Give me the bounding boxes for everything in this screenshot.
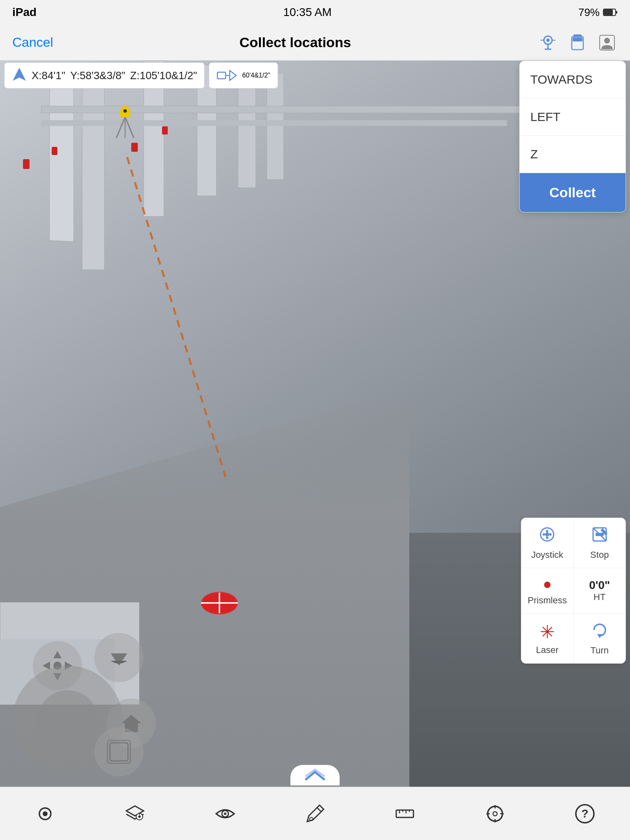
svg-point-31 <box>546 536 548 539</box>
svg-rect-48 <box>110 743 128 761</box>
column-2 <box>82 65 105 270</box>
bottom-toolbar: ? <box>0 787 630 840</box>
marker-4 <box>52 147 57 155</box>
layers-tool-icon <box>124 803 146 825</box>
up-chevron-button[interactable] <box>290 765 340 785</box>
laser-label: Laser <box>536 645 559 655</box>
visibility-tool-button[interactable] <box>205 793 246 834</box>
eye-tool-icon <box>214 803 236 825</box>
help-icon: ? <box>574 803 596 825</box>
svg-marker-46 <box>111 653 127 666</box>
dropdown-towards[interactable]: TOWARDS <box>520 61 625 98</box>
joystick-label: Joystick <box>531 550 563 560</box>
svg-rect-37 <box>596 533 604 536</box>
nav-icons <box>537 32 618 53</box>
cp-row-2: ● Prismless 0'0" HT <box>521 568 625 614</box>
ht-display: 0'0" HT <box>574 568 626 613</box>
ht-value: 0'0" <box>589 579 610 592</box>
device-label: iPad <box>12 6 37 19</box>
down-button[interactable] <box>94 633 144 682</box>
svg-marker-17 <box>230 71 236 80</box>
svg-marker-41 <box>53 651 62 658</box>
svg-rect-15 <box>217 72 226 79</box>
distance-coord-box: 60'4&1/2" <box>209 62 278 89</box>
battery-status-icon <box>603 8 618 17</box>
stop-button[interactable]: Stop <box>574 518 626 568</box>
svg-line-20 <box>125 117 134 138</box>
ht-label: HT <box>593 592 605 603</box>
cp-row-3: ✳ Laser Turn <box>521 614 625 663</box>
y-coord: Y:58'3&3/8" <box>70 69 125 82</box>
beam-2 <box>41 120 507 126</box>
instrument-control-panel: Joystick Stop ● Prismless 0'0" HT <box>521 518 626 664</box>
layers-tool-button[interactable] <box>114 793 155 834</box>
target-marker <box>201 592 238 614</box>
svg-rect-25 <box>123 105 127 108</box>
svg-point-66 <box>488 806 502 821</box>
profile-icon[interactable] <box>596 32 618 53</box>
z-coord: Z:105'10&1/2" <box>130 69 197 82</box>
column-1 <box>49 68 74 242</box>
dropdown-z[interactable]: Z <box>520 136 625 173</box>
laser-button[interactable]: ✳ Laser <box>521 614 574 663</box>
surveying-instrument <box>113 106 137 139</box>
svg-marker-14 <box>13 68 26 81</box>
svg-point-30 <box>546 530 548 532</box>
cancel-button[interactable]: Cancel <box>12 35 53 50</box>
svg-rect-1 <box>616 11 617 14</box>
svg-point-33 <box>549 533 552 536</box>
crosshair-tool-button[interactable] <box>475 793 516 834</box>
laser-icon: ✳ <box>540 621 555 642</box>
svg-text:?: ? <box>582 807 589 820</box>
total-station-icon[interactable] <box>537 32 559 53</box>
draw-tool-button[interactable] <box>294 793 336 834</box>
nav-bar: Cancel Collect locations <box>0 25 630 61</box>
prismless-label: Prismless <box>528 595 567 606</box>
help-button[interactable]: ? <box>564 793 605 834</box>
turn-button[interactable]: Turn <box>574 614 626 663</box>
point-tool-button[interactable] <box>25 793 66 834</box>
svg-rect-49 <box>107 740 130 763</box>
page-title: Collect locations <box>240 34 351 50</box>
svg-point-57 <box>224 813 226 815</box>
measure-tool-icon <box>394 803 416 825</box>
joystick-inner <box>37 690 98 752</box>
xyz-coord-box: X:84'1" Y:58'3&3/8" Z:105'10&1/2" <box>4 62 205 89</box>
stop-label: Stop <box>590 550 609 560</box>
svg-line-59 <box>317 808 321 812</box>
prismless-button[interactable]: ● Prismless <box>521 568 574 613</box>
capture-button[interactable] <box>94 727 144 776</box>
turn-label: Turn <box>591 645 609 656</box>
chevron-up-icon <box>303 768 327 783</box>
coord-arrow-icon <box>12 67 27 84</box>
marker-3 <box>162 126 168 135</box>
svg-rect-61 <box>396 810 413 817</box>
svg-point-32 <box>543 533 545 536</box>
svg-point-71 <box>493 812 497 816</box>
battery-nav-icon[interactable] <box>567 32 588 53</box>
svg-point-54 <box>138 815 141 818</box>
crosshair-tool-icon <box>484 803 506 825</box>
pen-tool-icon <box>304 803 326 825</box>
svg-point-51 <box>43 811 48 816</box>
svg-rect-2 <box>604 9 613 15</box>
time-label: 10:35 AM <box>283 6 331 19</box>
status-bar: iPad 10:35 AM 79% <box>0 0 630 25</box>
joystick-area <box>0 621 205 781</box>
prism-icon <box>217 68 237 83</box>
svg-point-4 <box>546 39 550 42</box>
point-tool-icon <box>34 803 56 825</box>
stop-icon <box>591 525 609 547</box>
collect-dropdown-panel: TOWARDS LEFT Z Collect <box>519 61 626 212</box>
x-coord: X:84'1" <box>32 69 65 82</box>
svg-rect-11 <box>573 37 582 41</box>
svg-point-24 <box>123 109 127 113</box>
prismless-icon: ● <box>543 575 552 593</box>
measure-tool-button[interactable] <box>384 793 425 834</box>
collect-button[interactable]: Collect <box>520 173 625 212</box>
joystick-button[interactable]: Joystick <box>521 518 574 568</box>
svg-point-13 <box>604 38 610 43</box>
turn-icon <box>591 621 609 643</box>
dropdown-left[interactable]: LEFT <box>520 98 625 136</box>
battery-label: 79% <box>578 6 618 19</box>
